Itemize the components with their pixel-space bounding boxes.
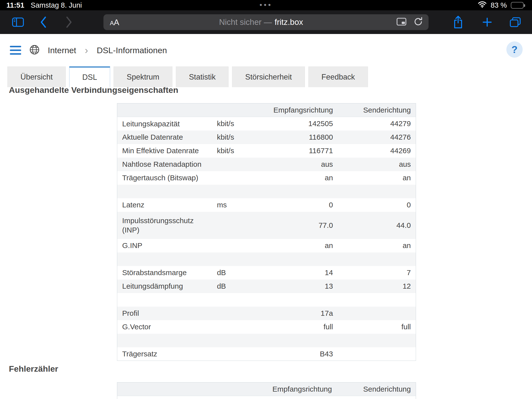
date: Samstag 8. Juni <box>31 1 82 9</box>
spacer-row <box>117 334 416 347</box>
col-downstream: Empfangsrichtung <box>267 382 337 396</box>
breadcrumb: Internet › DSL-Informationen <box>10 41 167 60</box>
tab-bar: ÜbersichtDSLSpektrumStatistikStörsicherh… <box>0 66 532 87</box>
cell-label: Impulsstörungsschutz (INP) <box>117 212 212 239</box>
connection-table-body: Leitungskapazitätkbit/s14250544279Aktuel… <box>117 117 416 361</box>
tab-störsicherheit[interactable]: Störsicherheit <box>232 66 305 87</box>
cell-label: Latenz <box>117 198 212 212</box>
share-button[interactable] <box>451 10 465 34</box>
cell-rx: full <box>268 320 338 334</box>
text-size-big-a: A <box>114 18 119 27</box>
table-row: StörabstandsmargedB147 <box>117 266 416 280</box>
table-header-row: Empfangsrichtung Senderichtung <box>117 103 416 117</box>
cell-tx: 44.0 <box>338 212 416 239</box>
fritzbox-page: Internet › DSL-Informationen ? Übersicht… <box>0 34 532 399</box>
address-bar[interactable]: AA Nicht sicher — fritz.box <box>103 14 429 30</box>
cell-unit: kbit/s <box>212 131 268 144</box>
col-upstream: Senderichtung <box>337 382 416 396</box>
cell-label: Aktuelle Datenrate <box>117 131 212 144</box>
battery-percent: 83 % <box>491 1 507 9</box>
table-row: Nahtlose Ratenadaptionausaus <box>117 158 416 171</box>
status-right: 83 % <box>478 1 526 10</box>
tab-übersicht[interactable]: Übersicht <box>7 66 66 87</box>
cell-label: Störabstandsmarge <box>117 266 212 280</box>
picture-in-picture-icon[interactable] <box>397 18 406 27</box>
cell-tx <box>338 307 416 320</box>
cell-label: Leitungskapazität <box>117 117 212 131</box>
tab-overview-button[interactable] <box>508 10 522 34</box>
cell-rx: an <box>268 239 338 252</box>
cell-tx: 44269 <box>338 144 416 158</box>
menu-button[interactable] <box>10 46 21 55</box>
cell-tx: 0 <box>338 198 416 212</box>
new-tab-button[interactable] <box>480 10 494 34</box>
battery-icon <box>511 2 524 9</box>
text-size-button[interactable]: AA <box>110 14 119 30</box>
cell-unit <box>212 347 268 361</box>
cell-rx: 14 <box>268 266 338 280</box>
spacer-row <box>117 252 416 266</box>
cell-tx: an <box>338 239 416 252</box>
cell-unit: dB <box>212 280 268 293</box>
tabs-icon <box>509 17 521 28</box>
back-chevron-icon <box>40 16 47 28</box>
cell-tx: 7 <box>338 266 416 280</box>
table-row: Profil17a <box>117 307 416 320</box>
tab-dsl[interactable]: DSL <box>69 66 110 87</box>
cell-rx: 0 <box>268 198 338 212</box>
tab-feedback[interactable]: Feedback <box>308 66 368 87</box>
tab-statistik[interactable]: Statistik <box>176 66 229 87</box>
address-bar-actions <box>397 14 423 30</box>
col-downstream: Empfangsrichtung <box>268 103 338 117</box>
cell-tx: 12 <box>338 280 416 293</box>
multitask-handle-icon[interactable]: ••• <box>260 0 273 10</box>
cell-unit <box>212 239 268 252</box>
partial-row <box>117 396 416 399</box>
cell-unit <box>212 171 268 185</box>
cell-unit: kbit/s <box>212 144 268 158</box>
forward-button[interactable] <box>63 10 75 34</box>
globe-icon <box>29 45 40 56</box>
cell-label: G.Vector <box>117 320 212 334</box>
cell-label: Trägersatz <box>117 347 212 361</box>
back-button[interactable] <box>37 10 49 34</box>
cell-unit: ms <box>212 198 268 212</box>
help-button[interactable]: ? <box>506 41 523 58</box>
clock: 11:51 <box>6 1 24 9</box>
cell-rx: 116771 <box>268 144 338 158</box>
url-host: fritz.box <box>275 17 303 27</box>
section-title-errors: Fehlerzähler <box>9 364 58 374</box>
cell-unit: kbit/s <box>212 117 268 131</box>
table-row: LeitungsdämpfungdB1312 <box>117 280 416 293</box>
cell-label: Min Effektive Datenrate <box>117 144 212 158</box>
reload-button[interactable] <box>413 17 423 28</box>
plus-icon <box>482 17 493 28</box>
sidebar-toggle-button[interactable] <box>11 10 25 34</box>
browser-toolbar: AA Nicht sicher — fritz.box <box>0 10 532 34</box>
battery-tip <box>524 4 525 7</box>
cell-tx <box>338 347 416 361</box>
cell-tx: 44276 <box>338 131 416 144</box>
cell-label: G.INP <box>117 239 212 252</box>
table-row: TrägersatzB43 <box>117 347 416 361</box>
text-size-small-a: A <box>110 20 114 27</box>
table-row: Leitungskapazitätkbit/s14250544279 <box>117 117 416 131</box>
cell-unit: dB <box>212 266 268 280</box>
cell-rx: 17a <box>268 307 338 320</box>
table-row: G.Vectorfullfull <box>117 320 416 334</box>
wifi-icon <box>478 1 487 10</box>
cell-label: Trägertausch (Bitswap) <box>117 171 212 185</box>
status-left: 11:51 Samstag 8. Juni <box>6 1 82 9</box>
cell-unit <box>212 212 268 239</box>
table-row <box>117 396 416 399</box>
spacer-cell <box>117 293 416 307</box>
cell-unit <box>212 320 268 334</box>
cell-label: Nahtlose Ratenadaption <box>117 158 212 171</box>
breadcrumb-root[interactable]: Internet <box>48 46 76 55</box>
screen: 11:51 Samstag 8. Juni ••• 83 % <box>0 0 532 399</box>
spacer-cell <box>117 252 416 266</box>
table-row: G.INPanan <box>117 239 416 252</box>
col-unit <box>212 103 268 117</box>
tab-spektrum[interactable]: Spektrum <box>114 66 172 87</box>
col-label <box>117 103 212 117</box>
